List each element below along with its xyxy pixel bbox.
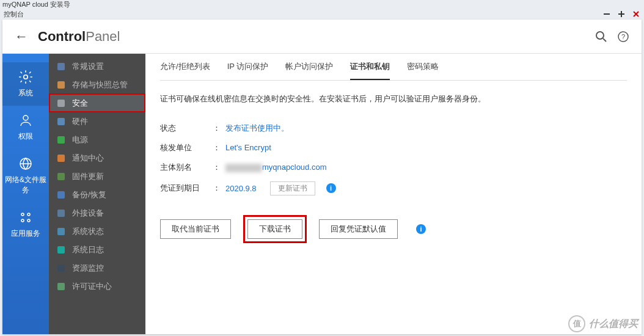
bell-icon [56, 153, 66, 163]
pulse-icon [56, 263, 66, 273]
download-highlight: 下载证书 [243, 215, 307, 243]
download-cert-button[interactable]: 下载证书 [247, 219, 302, 239]
backup-icon [56, 190, 66, 200]
apps-icon [17, 209, 34, 226]
control-panel-window: ← ControlPanel ? 系统权限网络&文件服务应用服务 常规设置存储与… [2, 20, 642, 334]
bulb-icon [56, 135, 66, 145]
svg-rect-14 [57, 81, 65, 89]
info-icon[interactable]: i [326, 183, 336, 193]
chip-icon [56, 117, 66, 126]
log-icon [56, 245, 66, 255]
san-label: 主体别名 [160, 162, 208, 173]
svg-rect-17 [57, 136, 65, 144]
status-label: 状态 [160, 123, 208, 134]
tab-3[interactable]: 证书和私钥 [350, 54, 390, 80]
description-text: 证书可确保在线机密信息在交换时的安全性。在安装证书后，用户可以验证用户服务器身份… [160, 93, 627, 106]
expiry-row: 凭证到期日 ： 2020.9.8 更新证书 i [160, 181, 627, 195]
clipboard-icon [56, 62, 66, 71]
info-icon[interactable]: i [416, 224, 426, 234]
license-icon [56, 282, 66, 291]
user-icon [17, 112, 34, 129]
sidebar: 常规设置存储与快照总管安全硬件电源通知中心固件更新备份/恢复外接设备系统状态系统… [49, 54, 145, 334]
svg-rect-19 [57, 173, 65, 180]
titlebar: 控制台 [0, 9, 644, 20]
svg-rect-21 [57, 210, 65, 217]
tab-4[interactable]: 密码策略 [407, 54, 439, 80]
issuer-value: Let's Encrypt [225, 143, 271, 152]
svg-point-10 [27, 213, 30, 216]
help-icon[interactable]: ? [617, 31, 629, 43]
sidebar-item-11[interactable]: 资源监控 [49, 259, 145, 277]
svg-point-6 [24, 75, 28, 79]
svg-point-11 [21, 219, 24, 222]
rail-item-3[interactable]: 应用服务 [2, 203, 49, 246]
gear-icon [17, 68, 34, 86]
close-icon[interactable] [632, 10, 640, 18]
svg-point-9 [21, 213, 24, 216]
maximize-icon[interactable] [617, 10, 626, 18]
rail-item-2[interactable]: 网络&文件服务 [2, 149, 49, 203]
replace-cert-button[interactable]: 取代当前证书 [160, 219, 231, 239]
app-title: ControlPanel [38, 29, 120, 45]
usb-icon [56, 208, 66, 218]
issuer-row: 核发单位 ： Let's Encrypt [160, 142, 627, 153]
svg-rect-22 [57, 228, 65, 235]
svg-rect-2 [618, 13, 624, 15]
svg-rect-25 [57, 283, 65, 290]
lock-icon [56, 98, 66, 108]
issuer-label: 核发单位 [160, 142, 208, 153]
svg-rect-16 [57, 118, 65, 125]
sidebar-item-3[interactable]: 硬件 [49, 112, 145, 131]
sidebar-item-7[interactable]: 备份/恢复 [49, 186, 145, 204]
rail-item-1[interactable]: 权限 [2, 106, 49, 149]
redacted-prefix [225, 164, 262, 172]
rail-item-0[interactable]: 系统 [2, 62, 49, 106]
restore-cert-button[interactable]: 回复凭证默认值 [319, 219, 398, 239]
svg-text:?: ? [621, 33, 625, 40]
tab-1[interactable]: IP 访问保护 [227, 54, 269, 80]
sidebar-item-10[interactable]: 系统日志 [49, 241, 145, 259]
renew-cert-button[interactable]: 更新证书 [270, 181, 315, 195]
status-row: 状态 ： 发布证书使用中。 [160, 123, 627, 134]
svg-rect-23 [57, 246, 65, 254]
topmost-bar: myQNAP cloud 安装导 [0, 0, 644, 9]
svg-point-7 [23, 115, 28, 120]
status-value: 发布证书使用中。 [225, 123, 289, 134]
tab-2[interactable]: 帐户访问保护 [285, 54, 333, 80]
globe-icon [17, 155, 34, 172]
svg-rect-24 [57, 265, 65, 272]
sidebar-item-0[interactable]: 常规设置 [49, 57, 145, 76]
monitor-icon [56, 227, 66, 236]
sidebar-item-8[interactable]: 外接设备 [49, 204, 145, 222]
svg-rect-0 [604, 13, 610, 15]
svg-point-12 [27, 219, 30, 222]
svg-rect-20 [57, 191, 65, 199]
minimize-icon[interactable] [602, 10, 611, 18]
disk-icon [56, 80, 66, 90]
svg-point-3 [596, 32, 604, 39]
watermark: 值 什么值得买 [568, 315, 638, 332]
search-icon[interactable] [595, 31, 607, 43]
expiry-label: 凭证到期日 [160, 183, 208, 194]
sidebar-item-9[interactable]: 系统状态 [49, 222, 145, 241]
back-arrow-icon[interactable]: ← [15, 29, 28, 45]
svg-rect-13 [57, 63, 65, 70]
sidebar-item-4[interactable]: 电源 [49, 131, 145, 149]
tab-0[interactable]: 允许/拒绝列表 [160, 54, 210, 80]
action-button-row: 取代当前证书 下载证书 回复凭证默认值 i [160, 215, 627, 243]
svg-rect-18 [57, 155, 65, 162]
sidebar-item-6[interactable]: 固件更新 [49, 167, 145, 186]
tab-bar: 允许/拒绝列表IP 访问保护帐户访问保护证书和私钥密码策略 [160, 54, 627, 81]
header: ← ControlPanel ? [2, 20, 642, 54]
sidebar-item-5[interactable]: 通知中心 [49, 149, 145, 167]
window-title: 控制台 [4, 10, 24, 19]
sidebar-item-2[interactable]: 安全 [49, 94, 145, 112]
san-row: 主体别名 ： myqnapcloud.com [160, 162, 627, 173]
category-rail: 系统权限网络&文件服务应用服务 [2, 54, 49, 334]
sidebar-item-1[interactable]: 存储与快照总管 [49, 76, 145, 94]
svg-rect-15 [57, 100, 65, 107]
sidebar-item-12[interactable]: 许可证中心 [49, 277, 145, 296]
content-pane: 允许/拒绝列表IP 访问保护帐户访问保护证书和私钥密码策略 证书可确保在线机密信… [145, 54, 642, 334]
san-value: myqnapcloud.com [225, 163, 327, 172]
watermark-badge: 值 [568, 315, 585, 332]
